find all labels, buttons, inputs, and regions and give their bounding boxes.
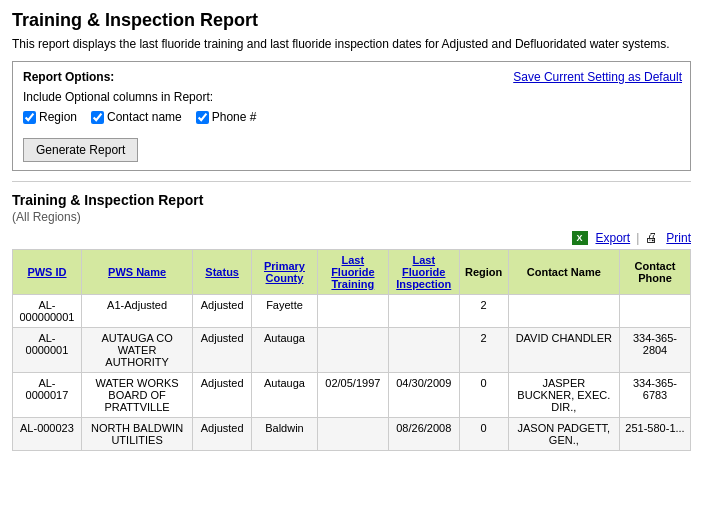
cell-county: Autauga	[252, 373, 318, 418]
page-title: Training & Inspection Report	[12, 10, 691, 31]
cell-status: Adjusted	[193, 373, 252, 418]
export-print-row: X Export | 🖨 Print	[12, 230, 691, 245]
region-checkbox-item[interactable]: Region	[23, 110, 77, 124]
table-body: AL-000000001A1-AdjustedAdjustedFayette2A…	[13, 295, 691, 451]
cell-contact_name: DAVID CHANDLER	[508, 328, 619, 373]
cell-pws_name: WATER WORKS BOARD OF PRATTVILLE	[81, 373, 192, 418]
report-options-box: Report Options: Save Current Setting as …	[12, 61, 691, 171]
print-link[interactable]: Print	[666, 231, 691, 245]
cell-pws_name: A1-Adjusted	[81, 295, 192, 328]
printer-icon: 🖨	[645, 230, 658, 245]
table-row: AL-0000017WATER WORKS BOARD OF PRATTVILL…	[13, 373, 691, 418]
th-pws-name: PWS Name	[81, 250, 192, 295]
optional-cols-label: Include Optional columns in Report:	[23, 90, 680, 104]
cell-pws_id: AL-000000001	[13, 295, 82, 328]
cell-county: Fayette	[252, 295, 318, 328]
phone-checkbox-label: Phone #	[212, 110, 257, 124]
cell-region: 0	[459, 373, 508, 418]
contact-checkbox-label: Contact name	[107, 110, 182, 124]
report-section-title: Training & Inspection Report	[12, 192, 691, 208]
report-table: PWS ID PWS Name Status Primary County La…	[12, 249, 691, 451]
report-subtitle: (All Regions)	[12, 210, 691, 224]
cell-region: 0	[459, 418, 508, 451]
region-checkbox-label: Region	[39, 110, 77, 124]
cell-contact_name	[508, 295, 619, 328]
phone-checkbox[interactable]	[196, 111, 209, 124]
th-pws-id: PWS ID	[13, 250, 82, 295]
intro-text: This report displays the last fluoride t…	[12, 37, 691, 51]
cell-region: 2	[459, 295, 508, 328]
th-pws-id-link[interactable]: PWS ID	[27, 266, 66, 278]
phone-checkbox-item[interactable]: Phone #	[196, 110, 257, 124]
cell-contact_name: JASON PADGETT, GEN.,	[508, 418, 619, 451]
region-checkbox[interactable]	[23, 111, 36, 124]
cell-contact_phone: 334-365-2804	[620, 328, 691, 373]
cell-contact_phone: 251-580-1...	[620, 418, 691, 451]
cell-status: Adjusted	[193, 418, 252, 451]
cell-fluor_train	[317, 328, 388, 373]
th-county-link[interactable]: Primary County	[264, 260, 305, 284]
table-row: AL-0000001AUTAUGA CO WATER AUTHORITYAdju…	[13, 328, 691, 373]
cell-fluor_inspect	[388, 295, 459, 328]
separator: |	[636, 231, 639, 245]
th-pws-name-link[interactable]: PWS Name	[108, 266, 166, 278]
cell-county: Autauga	[252, 328, 318, 373]
generate-report-button[interactable]: Generate Report	[23, 138, 138, 162]
cell-contact_phone: 334-365-6783	[620, 373, 691, 418]
cell-fluor_inspect: 04/30/2009	[388, 373, 459, 418]
cell-county: Baldwin	[252, 418, 318, 451]
export-icon: X	[572, 231, 588, 245]
cell-pws_name: NORTH BALDWIN UTILITIES	[81, 418, 192, 451]
cell-status: Adjusted	[193, 328, 252, 373]
save-default-link[interactable]: Save Current Setting as Default	[513, 70, 682, 84]
export-link[interactable]: Export	[596, 231, 631, 245]
cell-contact_phone	[620, 295, 691, 328]
th-fluor-training-link[interactable]: Last Fluoride Training	[331, 254, 374, 290]
table-row: AL-000000001A1-AdjustedAdjustedFayette2	[13, 295, 691, 328]
cell-contact_name: JASPER BUCKNER, EXEC. DIR.,	[508, 373, 619, 418]
th-county: Primary County	[252, 250, 318, 295]
table-row: AL-000023NORTH BALDWIN UTILITIESAdjusted…	[13, 418, 691, 451]
section-divider	[12, 181, 691, 182]
checkboxes-row: Region Contact name Phone #	[23, 110, 680, 124]
cell-fluor_inspect: 08/26/2008	[388, 418, 459, 451]
table-header-row: PWS ID PWS Name Status Primary County La…	[13, 250, 691, 295]
cell-pws_id: AL-0000017	[13, 373, 82, 418]
th-contact-phone: Contact Phone	[620, 250, 691, 295]
cell-fluor_train	[317, 295, 388, 328]
cell-fluor_train: 02/05/1997	[317, 373, 388, 418]
th-fluor-inspection-link[interactable]: Last Fluoride Inspection	[396, 254, 451, 290]
contact-checkbox-item[interactable]: Contact name	[91, 110, 182, 124]
cell-pws_name: AUTAUGA CO WATER AUTHORITY	[81, 328, 192, 373]
cell-pws_id: AL-000023	[13, 418, 82, 451]
th-status: Status	[193, 250, 252, 295]
contact-checkbox[interactable]	[91, 111, 104, 124]
cell-fluor_train	[317, 418, 388, 451]
cell-status: Adjusted	[193, 295, 252, 328]
th-status-link[interactable]: Status	[205, 266, 239, 278]
th-fluor-training: Last Fluoride Training	[317, 250, 388, 295]
th-contact-name: Contact Name	[508, 250, 619, 295]
th-fluor-inspection: Last Fluoride Inspection	[388, 250, 459, 295]
cell-pws_id: AL-0000001	[13, 328, 82, 373]
th-region: Region	[459, 250, 508, 295]
cell-fluor_inspect	[388, 328, 459, 373]
cell-region: 2	[459, 328, 508, 373]
